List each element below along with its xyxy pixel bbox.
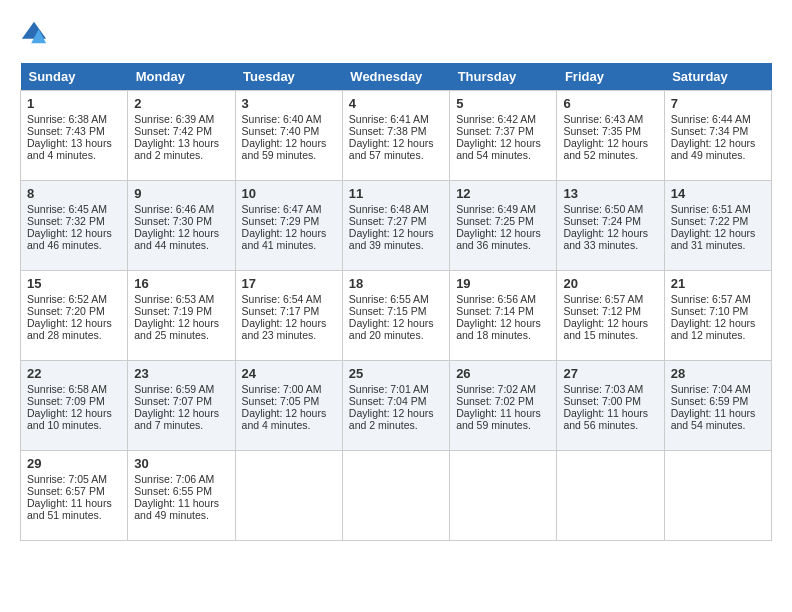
sunset-text: Sunset: 7:20 PM: [27, 305, 105, 317]
daylight-text: Daylight: 12 hours and 2 minutes.: [349, 407, 434, 431]
day-number: 27: [563, 366, 657, 381]
calendar-cell: 15 Sunrise: 6:52 AM Sunset: 7:20 PM Dayl…: [21, 271, 128, 361]
day-number: 1: [27, 96, 121, 111]
day-number: 16: [134, 276, 228, 291]
sunset-text: Sunset: 7:22 PM: [671, 215, 749, 227]
day-number: 8: [27, 186, 121, 201]
day-number: 7: [671, 96, 765, 111]
sunset-text: Sunset: 7:25 PM: [456, 215, 534, 227]
daylight-text: Daylight: 12 hours and 4 minutes.: [242, 407, 327, 431]
day-header-friday: Friday: [557, 63, 664, 91]
day-header-tuesday: Tuesday: [235, 63, 342, 91]
daylight-text: Daylight: 12 hours and 20 minutes.: [349, 317, 434, 341]
sunset-text: Sunset: 7:15 PM: [349, 305, 427, 317]
calendar-cell: 28 Sunrise: 7:04 AM Sunset: 6:59 PM Dayl…: [664, 361, 771, 451]
sunset-text: Sunset: 7:38 PM: [349, 125, 427, 137]
daylight-text: Daylight: 12 hours and 39 minutes.: [349, 227, 434, 251]
calendar-cell: 16 Sunrise: 6:53 AM Sunset: 7:19 PM Dayl…: [128, 271, 235, 361]
daylight-text: Daylight: 12 hours and 44 minutes.: [134, 227, 219, 251]
calendar-cell: 30 Sunrise: 7:06 AM Sunset: 6:55 PM Dayl…: [128, 451, 235, 541]
daylight-text: Daylight: 12 hours and 7 minutes.: [134, 407, 219, 431]
calendar-cell: 13 Sunrise: 6:50 AM Sunset: 7:24 PM Dayl…: [557, 181, 664, 271]
sunrise-text: Sunrise: 6:56 AM: [456, 293, 536, 305]
daylight-text: Daylight: 11 hours and 54 minutes.: [671, 407, 756, 431]
day-number: 12: [456, 186, 550, 201]
calendar-cell: 14 Sunrise: 6:51 AM Sunset: 7:22 PM Dayl…: [664, 181, 771, 271]
calendar-cell: 25 Sunrise: 7:01 AM Sunset: 7:04 PM Dayl…: [342, 361, 449, 451]
daylight-text: Daylight: 12 hours and 33 minutes.: [563, 227, 648, 251]
day-number: 19: [456, 276, 550, 291]
logo-icon: [20, 20, 48, 48]
sunrise-text: Sunrise: 7:01 AM: [349, 383, 429, 395]
sunset-text: Sunset: 7:43 PM: [27, 125, 105, 137]
sunset-text: Sunset: 7:17 PM: [242, 305, 320, 317]
calendar-cell: [235, 451, 342, 541]
sunrise-text: Sunrise: 7:03 AM: [563, 383, 643, 395]
day-number: 3: [242, 96, 336, 111]
sunrise-text: Sunrise: 6:47 AM: [242, 203, 322, 215]
sunrise-text: Sunrise: 6:59 AM: [134, 383, 214, 395]
calendar-cell: 1 Sunrise: 6:38 AM Sunset: 7:43 PM Dayli…: [21, 91, 128, 181]
sunset-text: Sunset: 6:59 PM: [671, 395, 749, 407]
day-number: 28: [671, 366, 765, 381]
sunset-text: Sunset: 7:12 PM: [563, 305, 641, 317]
calendar-body: 1 Sunrise: 6:38 AM Sunset: 7:43 PM Dayli…: [21, 91, 772, 541]
sunset-text: Sunset: 7:29 PM: [242, 215, 320, 227]
daylight-text: Daylight: 12 hours and 49 minutes.: [671, 137, 756, 161]
sunrise-text: Sunrise: 6:49 AM: [456, 203, 536, 215]
daylight-text: Daylight: 13 hours and 4 minutes.: [27, 137, 112, 161]
calendar-cell: 18 Sunrise: 6:55 AM Sunset: 7:15 PM Dayl…: [342, 271, 449, 361]
day-number: 22: [27, 366, 121, 381]
sunset-text: Sunset: 7:09 PM: [27, 395, 105, 407]
sunrise-text: Sunrise: 6:58 AM: [27, 383, 107, 395]
sunrise-text: Sunrise: 6:54 AM: [242, 293, 322, 305]
sunset-text: Sunset: 7:37 PM: [456, 125, 534, 137]
calendar-cell: 9 Sunrise: 6:46 AM Sunset: 7:30 PM Dayli…: [128, 181, 235, 271]
calendar-week-5: 29 Sunrise: 7:05 AM Sunset: 6:57 PM Dayl…: [21, 451, 772, 541]
daylight-text: Daylight: 12 hours and 59 minutes.: [242, 137, 327, 161]
day-number: 5: [456, 96, 550, 111]
sunrise-text: Sunrise: 6:46 AM: [134, 203, 214, 215]
calendar-cell: [557, 451, 664, 541]
daylight-text: Daylight: 12 hours and 28 minutes.: [27, 317, 112, 341]
calendar-cell: 26 Sunrise: 7:02 AM Sunset: 7:02 PM Dayl…: [450, 361, 557, 451]
daylight-text: Daylight: 11 hours and 51 minutes.: [27, 497, 112, 521]
sunrise-text: Sunrise: 7:05 AM: [27, 473, 107, 485]
day-number: 4: [349, 96, 443, 111]
calendar-week-4: 22 Sunrise: 6:58 AM Sunset: 7:09 PM Dayl…: [21, 361, 772, 451]
sunset-text: Sunset: 7:04 PM: [349, 395, 427, 407]
calendar-cell: [664, 451, 771, 541]
calendar-header: SundayMondayTuesdayWednesdayThursdayFrid…: [21, 63, 772, 91]
calendar-cell: 6 Sunrise: 6:43 AM Sunset: 7:35 PM Dayli…: [557, 91, 664, 181]
calendar-cell: 20 Sunrise: 6:57 AM Sunset: 7:12 PM Dayl…: [557, 271, 664, 361]
calendar-cell: 2 Sunrise: 6:39 AM Sunset: 7:42 PM Dayli…: [128, 91, 235, 181]
day-number: 24: [242, 366, 336, 381]
calendar-cell: 22 Sunrise: 6:58 AM Sunset: 7:09 PM Dayl…: [21, 361, 128, 451]
calendar-cell: 5 Sunrise: 6:42 AM Sunset: 7:37 PM Dayli…: [450, 91, 557, 181]
daylight-text: Daylight: 11 hours and 49 minutes.: [134, 497, 219, 521]
daylight-text: Daylight: 11 hours and 59 minutes.: [456, 407, 541, 431]
sunset-text: Sunset: 7:42 PM: [134, 125, 212, 137]
calendar-cell: 21 Sunrise: 6:57 AM Sunset: 7:10 PM Dayl…: [664, 271, 771, 361]
calendar-cell: 7 Sunrise: 6:44 AM Sunset: 7:34 PM Dayli…: [664, 91, 771, 181]
daylight-text: Daylight: 11 hours and 56 minutes.: [563, 407, 648, 431]
day-number: 6: [563, 96, 657, 111]
sunset-text: Sunset: 7:14 PM: [456, 305, 534, 317]
day-header-wednesday: Wednesday: [342, 63, 449, 91]
day-number: 14: [671, 186, 765, 201]
calendar-cell: 8 Sunrise: 6:45 AM Sunset: 7:32 PM Dayli…: [21, 181, 128, 271]
day-number: 18: [349, 276, 443, 291]
daylight-text: Daylight: 12 hours and 57 minutes.: [349, 137, 434, 161]
calendar-cell: 24 Sunrise: 7:00 AM Sunset: 7:05 PM Dayl…: [235, 361, 342, 451]
calendar-cell: 3 Sunrise: 6:40 AM Sunset: 7:40 PM Dayli…: [235, 91, 342, 181]
calendar-table: SundayMondayTuesdayWednesdayThursdayFrid…: [20, 63, 772, 541]
calendar-cell: 17 Sunrise: 6:54 AM Sunset: 7:17 PM Dayl…: [235, 271, 342, 361]
sunset-text: Sunset: 7:35 PM: [563, 125, 641, 137]
sunset-text: Sunset: 7:02 PM: [456, 395, 534, 407]
daylight-text: Daylight: 12 hours and 36 minutes.: [456, 227, 541, 251]
sunset-text: Sunset: 7:19 PM: [134, 305, 212, 317]
sunset-text: Sunset: 7:24 PM: [563, 215, 641, 227]
sunrise-text: Sunrise: 6:53 AM: [134, 293, 214, 305]
day-number: 17: [242, 276, 336, 291]
sunrise-text: Sunrise: 6:40 AM: [242, 113, 322, 125]
